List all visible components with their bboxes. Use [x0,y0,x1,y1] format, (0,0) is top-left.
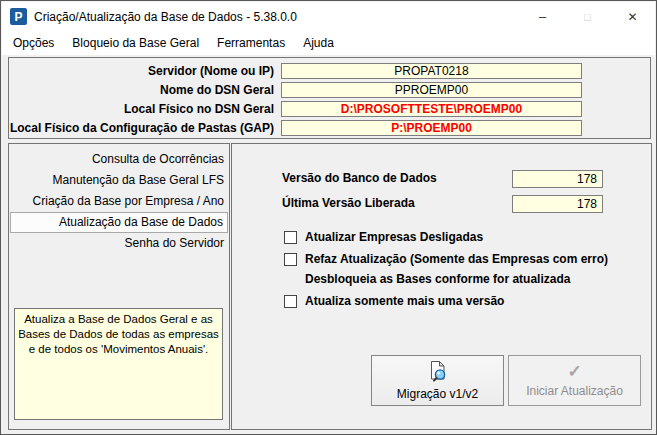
selected-item-description: Atualiza a Base de Dados Geral e as Base… [14,308,223,420]
dsn-name-label: Nome do DSN Geral [9,83,281,97]
client-area: Servidor (Nome ou IP) PROPAT0218 Nome do… [2,55,655,433]
db-version-field[interactable]: 178 [512,170,603,188]
sidebar-item-manutencao-base-lfs[interactable]: Manutenção da Base Geral LFS [10,170,228,191]
form-row: Nome do DSN Geral PPROEMP00 [9,80,650,99]
gap-path-label: Local Físico da Configuração de Pastas (… [9,121,281,135]
checkbox-label: Atualiza somente mais uma versão [305,294,504,308]
checkbox-icon[interactable] [284,295,297,308]
window-title: Criação/Atualização da Base de Dados - 5… [34,10,297,24]
checkmark-icon: ✓ [567,363,581,381]
db-version-label: Versão do Banco de Dados [282,171,437,185]
iniciar-atualizacao-button[interactable]: ✓ Iniciar Atualização [508,355,641,406]
iniciar-button-label: Iniciar Atualização [526,384,623,398]
menu-bloqueio-base-geral[interactable]: Bloqueio da Base Geral [63,33,208,53]
checkbox-atualizar-desligadas[interactable]: Atualizar Empresas Desligadas [284,229,483,245]
titlebar: P Criação/Atualização da Base de Dados -… [2,2,655,31]
checkbox-label: Refaz Atualização (Somente das Empresas … [305,252,608,266]
sidebar: Consulta de Ocorrências Manutenção da Ba… [8,143,230,430]
maximize-button: □ [565,3,610,31]
released-version-field[interactable]: 178 [512,195,603,213]
server-name-field[interactable]: PROPAT0218 [281,63,582,79]
sidebar-item-senha-servidor[interactable]: Senha do Servidor [10,233,228,254]
dsn-physical-path-label: Local Físico no DSN Geral [9,102,281,116]
document-search-icon [428,360,448,386]
sidebar-item-criacao-base-empresa-ano[interactable]: Criação da Base por Empresa / Ano [10,191,228,212]
checkbox-icon[interactable] [284,253,297,266]
main-panel: Versão do Banco de Dados 178 Última Vers… [231,143,652,430]
db-version-row: Versão do Banco de Dados 178 [232,170,651,188]
menu-ferramentas[interactable]: Ferramentas [208,33,294,53]
dsn-name-field[interactable]: PPROEMP00 [281,82,582,98]
form-row: Servidor (Nome ou IP) PROPAT0218 [9,61,650,80]
server-config-panel: Servidor (Nome ou IP) PROPAT0218 Nome do… [8,57,651,139]
released-version-label: Última Versão Liberada [282,196,415,210]
server-name-label: Servidor (Nome ou IP) [9,64,281,78]
sidebar-item-consulta-ocorrencias[interactable]: Consulta de Ocorrências [10,149,228,170]
app-logo-icon: P [10,8,27,25]
menu-opcoes[interactable]: Opções [4,33,63,53]
dsn-physical-path-field[interactable]: D:\PROSOFTTESTE\PROEMP00 [281,101,582,117]
checkbox-atualiza-uma-versao[interactable]: Atualiza somente mais uma versão [284,293,504,309]
gap-path-field[interactable]: P:\PROEMP00 [281,120,582,136]
menubar: Opções Bloqueio da Base Geral Ferramenta… [2,31,655,55]
checkbox-icon[interactable] [284,231,297,244]
checkbox-refaz-atualizacao[interactable]: Refaz Atualização (Somente das Empresas … [284,251,608,267]
migracao-v1-v2-button[interactable]: Migração v1/v2 [371,355,504,406]
menu-ajuda[interactable]: Ajuda [294,33,343,53]
close-button[interactable]: ✕ [610,3,655,31]
form-row: Local Físico no DSN Geral D:\PROSOFTTEST… [9,99,650,118]
released-version-row: Última Versão Liberada 178 [232,195,651,213]
app-window: P Criação/Atualização da Base de Dados -… [0,0,657,435]
form-row: Local Físico da Configuração de Pastas (… [9,118,650,137]
sidebar-item-atualizacao-base[interactable]: Atualização da Base de Dados [10,212,228,233]
minimize-button[interactable]: – [520,3,565,31]
checkbox-label: Atualizar Empresas Desligadas [305,230,483,244]
migracao-button-label: Migração v1/v2 [397,387,478,401]
refaz-atualizacao-note: Desbloqueia as Bases conforme for atuali… [305,272,570,286]
